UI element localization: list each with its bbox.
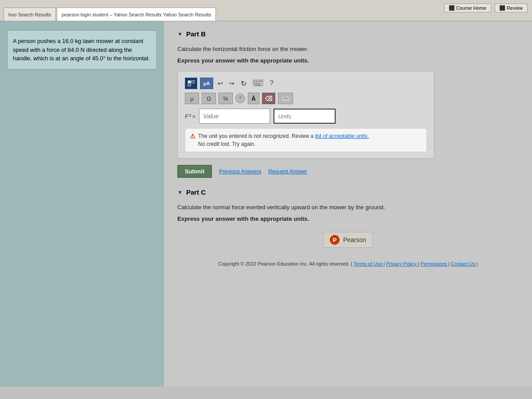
answer-input-row: Fᴷ =: [185, 109, 427, 124]
svg-rect-11: [258, 83, 259, 84]
svg-rect-1: [192, 81, 194, 83]
value-input[interactable]: [199, 109, 270, 124]
svg-rect-10: [256, 83, 257, 84]
pearson-logo: P Pearson: [323, 232, 373, 248]
top-right-buttons: Course Home Review: [444, 4, 528, 12]
keyboard-small-icon: [281, 95, 290, 102]
keyboard-button[interactable]: [251, 78, 265, 89]
submit-row: Submit Previous Answers Request Answer: [177, 165, 519, 178]
toolbar-row2: μ Ω % ° Å: [185, 93, 427, 104]
part-b-arrow[interactable]: ▼: [177, 31, 183, 37]
contact-link[interactable]: Contact Us: [451, 261, 476, 266]
svg-rect-22: [288, 97, 289, 98]
permissions-link[interactable]: Permissions: [420, 261, 448, 266]
svg-rect-8: [261, 81, 262, 82]
course-home-button[interactable]: Course Home: [444, 4, 491, 12]
svg-rect-19: [284, 97, 285, 98]
right-panel: ▼ Part B Calculate the horizontal fricti…: [164, 21, 532, 387]
part-c-question1: Calculate the normal force exerted verti…: [177, 203, 519, 212]
omega-button[interactable]: Ω: [202, 93, 216, 104]
svg-rect-13: [255, 85, 261, 86]
svg-rect-7: [259, 81, 261, 82]
svg-rect-9: [254, 83, 255, 84]
part-c-arrow[interactable]: ▼: [177, 189, 183, 196]
svg-rect-0: [188, 81, 191, 83]
main-content: A person pushes a 16.0 kg lawn mower at …: [0, 21, 532, 387]
part-b-question1: Calculate the horizontal friction force …: [177, 45, 519, 54]
part-c-title: Part C: [186, 188, 206, 196]
part-c-header: ▼ Part C: [177, 188, 519, 196]
request-answer-button[interactable]: Request Answer: [268, 168, 307, 175]
svg-rect-20: [285, 97, 286, 98]
pearson-label: Pearson: [343, 236, 366, 243]
grid-icon: [188, 80, 195, 86]
footer-area: P Pearson: [177, 232, 519, 252]
refresh-toolbar-button[interactable]: ↻: [239, 78, 248, 89]
toolbar-special-btn[interactable]: [185, 78, 197, 89]
angstrom-button[interactable]: Å: [248, 93, 259, 104]
part-b-header: ▼ Part B: [177, 30, 519, 38]
svg-rect-2: [188, 84, 191, 86]
svg-rect-6: [258, 81, 259, 82]
answer-box: μA ↩ ↪ ↻: [177, 71, 434, 159]
svg-rect-18: [282, 97, 283, 98]
svg-rect-5: [256, 81, 257, 82]
browser-tabs: hoo Search Results pearson login student…: [4, 0, 217, 21]
toolbar-row1: μA ↩ ↪ ↻: [185, 78, 427, 89]
part-b-question2: Express your answer with the appropriate…: [177, 56, 519, 65]
delete-icon: [265, 96, 272, 101]
keyboard-icon: [253, 79, 263, 86]
pearson-p-icon: P: [330, 235, 340, 245]
redo-button[interactable]: ↪: [227, 79, 236, 88]
acceptable-units-link[interactable]: list of acceptable units.: [315, 133, 368, 139]
undo-button[interactable]: ↩: [216, 79, 225, 88]
left-panel: A person pushes a 16.0 kg lawn mower at …: [0, 21, 164, 387]
mu-button[interactable]: μ: [185, 93, 199, 104]
part-c-question2: Express your answer with the appropriate…: [177, 215, 519, 223]
svg-marker-14: [266, 96, 272, 101]
svg-rect-4: [254, 81, 255, 82]
percent-button[interactable]: %: [219, 93, 233, 104]
svg-rect-21: [286, 97, 287, 98]
svg-rect-12: [259, 83, 261, 84]
error-icon: ⚠: [190, 133, 196, 140]
review-button[interactable]: Review: [495, 4, 528, 12]
part-c-section: ▼ Part C Calculate the normal force exer…: [177, 188, 519, 252]
tab-pearson-search[interactable]: pearson login student – Yahoo Search Res…: [57, 8, 216, 21]
mu-a-button[interactable]: μA: [200, 78, 213, 89]
previous-answers-button[interactable]: Previous Answers: [219, 168, 261, 175]
delete-button[interactable]: [262, 93, 275, 104]
svg-rect-23: [283, 98, 288, 99]
error-box: ⚠ The unit you entered is not recognized…: [185, 128, 427, 152]
error-text: The unit you entered is not recognized. …: [198, 132, 369, 148]
submit-button[interactable]: Submit: [177, 165, 212, 178]
browser-bar: hoo Search Results pearson login student…: [0, 0, 532, 21]
equation-label: Fᴷ =: [185, 113, 196, 120]
copyright-section: Copyright © 2022 Pearson Education Inc. …: [177, 259, 519, 267]
copyright-text: Copyright © 2022 Pearson Education Inc. …: [218, 261, 477, 266]
terms-link[interactable]: Terms of Use: [353, 261, 383, 266]
units-input[interactable]: [274, 109, 336, 124]
degree-button[interactable]: °: [235, 94, 245, 103]
privacy-link[interactable]: Privacy Policy: [386, 261, 418, 266]
help-icon[interactable]: ?: [268, 79, 275, 87]
part-b-title: Part B: [186, 30, 206, 38]
problem-description: A person pushes a 16.0 kg lawn mower at …: [7, 30, 157, 70]
keyboard-toggle-button[interactable]: [278, 93, 293, 104]
tab-yahoo-search[interactable]: hoo Search Results: [4, 8, 56, 21]
